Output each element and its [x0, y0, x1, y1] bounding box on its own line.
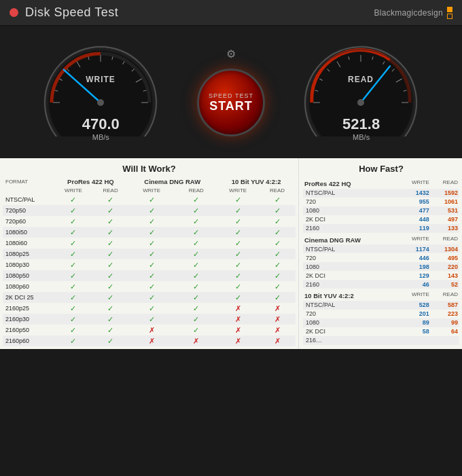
check-icon: ✓ [274, 228, 281, 236]
hf-read-value: 220 [431, 262, 459, 271]
cdng-write-cell: ✓ [128, 227, 175, 238]
hf-data-row: 2160 46 52 [303, 280, 459, 289]
cdng-read-header: READ [175, 186, 217, 194]
prores-read-cell: ✓ [93, 194, 128, 205]
cdng-read-cell: ✓ [175, 281, 217, 292]
hf-write-value: 955 [398, 198, 431, 206]
cdng-write-cell: ✓ [128, 270, 175, 281]
hf-group-row: Cinema DNG RAW WRITE READ [303, 233, 459, 245]
cdng-write-cell: ✓ [128, 238, 175, 249]
yuv-read-cell: ✗ [259, 303, 296, 314]
check-icon: ✓ [70, 239, 76, 247]
hf-format-cell: NTSC/PAL [303, 189, 398, 198]
check-icon: ✓ [107, 196, 113, 204]
bmd-icon [447, 7, 452, 19]
hf-format-cell: 2K DCI [303, 271, 398, 280]
prores-write-cell: ✓ [54, 216, 93, 227]
hf-data-row: 216… [303, 336, 459, 345]
hf-data-row: 720 446 495 [303, 253, 459, 262]
hf-format-cell: 2K DCI [303, 327, 398, 336]
svg-text:WRITE: WRITE [86, 75, 116, 84]
prores-read-cell: ✓ [93, 281, 128, 292]
hf-read-value: 133 [431, 224, 459, 233]
hf-data-row: 2K DCI 129 143 [303, 271, 459, 280]
prores-read-header: READ [93, 186, 128, 194]
start-section: ⚙ SPEED TEST START [197, 48, 265, 136]
hf-read-value: 1061 [431, 198, 459, 206]
close-button[interactable] [10, 8, 18, 17]
yuv-read-cell: ✓ [259, 259, 296, 270]
prores-read-cell: ✓ [93, 249, 128, 259]
hf-format-cell: 720 [303, 198, 398, 206]
check-icon: ✓ [149, 206, 155, 215]
cdng-read-cell: ✓ [175, 270, 217, 281]
yuv-write-cell: ✓ [217, 270, 259, 281]
check-icon: ✓ [274, 206, 281, 215]
cross-icon: ✗ [235, 337, 241, 345]
hf-read-value: 495 [431, 253, 459, 262]
cross-icon: ✗ [235, 304, 241, 312]
yuv-write-cell: ✓ [217, 249, 259, 259]
check-icon: ✓ [235, 228, 241, 236]
check-icon: ✓ [107, 282, 113, 291]
hf-data-row: 2160 119 133 [303, 224, 459, 233]
yuv-read-header: READ [259, 186, 296, 194]
check-icon: ✓ [70, 261, 76, 269]
yuv-read-cell: ✓ [259, 205, 296, 216]
format-cell: 1080i50 [3, 227, 54, 238]
format-cell: 1080p25 [3, 249, 54, 259]
check-icon: ✓ [235, 250, 241, 258]
read-value: 521.8 MB/s [342, 115, 380, 141]
check-icon: ✓ [70, 196, 76, 204]
check-icon: ✓ [235, 217, 241, 225]
hf-read-col-header: READ [431, 177, 459, 189]
cdng-write-cell: ✓ [128, 205, 175, 216]
cdng-read-cell: ✓ [175, 238, 217, 249]
check-icon: ✓ [107, 304, 113, 312]
format-cell: 1080p60 [3, 281, 54, 292]
read-gauge: READ 521.8 MB/s [297, 38, 426, 147]
hf-format-cell: 1080 [303, 206, 398, 215]
yuv-read-cell: ✗ [259, 325, 296, 335]
check-icon: ✓ [149, 217, 155, 225]
check-icon: ✓ [193, 326, 199, 334]
yuv-read-cell: ✗ [259, 335, 296, 346]
check-icon: ✓ [193, 196, 199, 204]
prores-write-cell: ✓ [54, 227, 93, 238]
table-row: 2K DCI 25 ✓ ✓ ✓ ✓ ✓ ✓ [3, 292, 296, 303]
cross-icon: ✗ [149, 326, 155, 334]
hf-format-cell: 2160 [303, 224, 398, 233]
hf-read-value [431, 336, 459, 345]
gear-icon[interactable]: ⚙ [226, 48, 236, 60]
cdng-write-cell: ✗ [128, 335, 175, 346]
check-icon: ✓ [149, 261, 155, 269]
check-icon: ✓ [70, 337, 76, 345]
hf-write-col-header: WRITE [398, 289, 431, 301]
prores-write-cell: ✓ [54, 314, 93, 325]
table-row: NTSC/PAL ✓ ✓ ✓ ✓ ✓ ✓ [3, 194, 296, 205]
will-it-work-panel: Will It Work? FORMAT ProRes 422 HQ Cinem… [0, 158, 299, 349]
check-icon: ✓ [149, 272, 155, 280]
prores-write-cell: ✓ [54, 303, 93, 314]
yuv-read-cell: ✓ [259, 194, 296, 205]
check-icon: ✓ [274, 196, 281, 204]
hf-write-value [398, 336, 431, 345]
check-icon: ✓ [107, 326, 113, 334]
table-row: 2160p50 ✓ ✓ ✗ ✓ ✗ ✗ [3, 325, 296, 335]
prores-read-cell: ✓ [93, 259, 128, 270]
hf-write-value: 89 [398, 318, 431, 327]
table-row: 1080i60 ✓ ✓ ✓ ✓ ✓ ✓ [3, 238, 296, 249]
cross-icon: ✗ [274, 304, 281, 312]
check-icon: ✓ [235, 282, 241, 291]
hf-data-row: 720 955 1061 [303, 198, 459, 206]
cross-icon: ✗ [235, 315, 241, 323]
check-icon: ✓ [70, 315, 76, 323]
cdng-read-cell: ✓ [175, 227, 217, 238]
check-icon: ✓ [149, 228, 155, 236]
empty-header [3, 186, 54, 194]
hf-read-value: 587 [431, 301, 459, 310]
check-icon: ✓ [149, 239, 155, 247]
cross-icon: ✗ [274, 326, 281, 334]
yuv-write-cell: ✓ [217, 292, 259, 303]
start-button[interactable]: SPEED TEST START [197, 69, 265, 136]
